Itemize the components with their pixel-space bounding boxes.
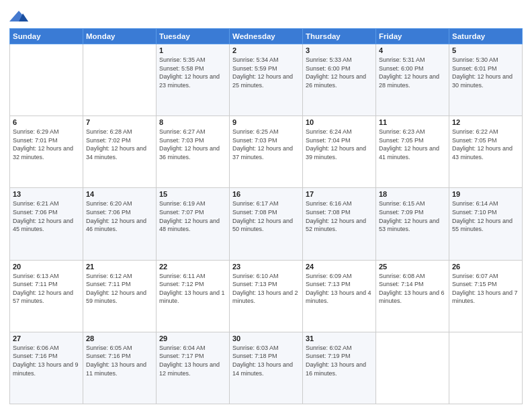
day-detail: Sunrise: 6:14 AMSunset: 7:10 PMDaylight:… <box>452 199 519 233</box>
calendar: SundayMondayTuesdayWednesdayThursdayFrid… <box>9 28 523 404</box>
day-number: 7 <box>86 118 153 126</box>
day-number: 22 <box>159 263 226 271</box>
day-detail: Sunrise: 6:23 AMSunset: 7:05 PMDaylight:… <box>379 128 446 161</box>
day-detail: Sunrise: 6:08 AMSunset: 7:14 PMDaylight:… <box>379 272 446 306</box>
page: SundayMondayTuesdayWednesdayThursdayFrid… <box>0 0 532 411</box>
calendar-cell: 6Sunrise: 6:29 AMSunset: 7:01 PMDaylight… <box>10 116 83 188</box>
calendar-cell: 18Sunrise: 6:15 AMSunset: 7:09 PMDayligh… <box>376 188 449 260</box>
calendar-week-5: 27Sunrise: 6:06 AMSunset: 7:16 PMDayligh… <box>10 332 523 404</box>
day-number: 28 <box>86 334 153 342</box>
calendar-cell <box>83 44 157 116</box>
calendar-cell: 10Sunrise: 6:24 AMSunset: 7:04 PMDayligh… <box>303 116 376 188</box>
day-detail: Sunrise: 6:29 AMSunset: 7:01 PMDaylight:… <box>13 128 80 161</box>
day-detail: Sunrise: 6:13 AMSunset: 7:11 PMDaylight:… <box>13 272 80 306</box>
day-number: 14 <box>86 190 153 198</box>
calendar-cell: 8Sunrise: 6:27 AMSunset: 7:03 PMDaylight… <box>157 116 230 188</box>
day-number: 26 <box>452 263 519 271</box>
day-number: 24 <box>306 263 373 271</box>
day-detail: Sunrise: 6:02 AMSunset: 7:19 PMDaylight:… <box>306 344 373 377</box>
calendar-cell: 14Sunrise: 6:20 AMSunset: 7:06 PMDayligh… <box>83 188 157 260</box>
day-detail: Sunrise: 6:03 AMSunset: 7:18 PMDaylight:… <box>232 344 300 377</box>
day-detail: Sunrise: 6:27 AMSunset: 7:03 PMDaylight:… <box>159 128 226 161</box>
calendar-cell: 23Sunrise: 6:10 AMSunset: 7:13 PMDayligh… <box>230 260 303 332</box>
day-detail: Sunrise: 5:34 AMSunset: 5:59 PMDaylight:… <box>232 56 300 89</box>
calendar-cell: 22Sunrise: 6:11 AMSunset: 7:12 PMDayligh… <box>157 260 230 332</box>
day-number: 18 <box>379 190 446 198</box>
calendar-header-row: SundayMondayTuesdayWednesdayThursdayFrid… <box>10 29 523 44</box>
day-number: 6 <box>13 118 80 126</box>
calendar-cell: 4Sunrise: 5:31 AMSunset: 6:00 PMDaylight… <box>376 44 449 116</box>
day-number: 23 <box>232 263 300 271</box>
day-detail: Sunrise: 6:07 AMSunset: 7:15 PMDaylight:… <box>452 272 519 306</box>
day-detail: Sunrise: 6:17 AMSunset: 7:08 PMDaylight:… <box>232 199 300 233</box>
day-number: 5 <box>452 46 519 54</box>
day-number: 2 <box>232 46 300 54</box>
calendar-week-2: 6Sunrise: 6:29 AMSunset: 7:01 PMDaylight… <box>10 116 523 188</box>
day-detail: Sunrise: 6:20 AMSunset: 7:06 PMDaylight:… <box>86 199 153 233</box>
calendar-header-friday: Friday <box>376 29 449 44</box>
calendar-header-saturday: Saturday <box>449 29 523 44</box>
calendar-week-4: 20Sunrise: 6:13 AMSunset: 7:11 PMDayligh… <box>10 260 523 332</box>
day-detail: Sunrise: 5:31 AMSunset: 6:00 PMDaylight:… <box>379 56 446 89</box>
calendar-cell: 11Sunrise: 6:23 AMSunset: 7:05 PMDayligh… <box>376 116 449 188</box>
day-detail: Sunrise: 6:16 AMSunset: 7:08 PMDaylight:… <box>306 199 373 233</box>
calendar-cell: 9Sunrise: 6:25 AMSunset: 7:03 PMDaylight… <box>230 116 303 188</box>
day-detail: Sunrise: 6:09 AMSunset: 7:13 PMDaylight:… <box>306 272 373 306</box>
day-detail: Sunrise: 6:25 AMSunset: 7:03 PMDaylight:… <box>232 128 300 161</box>
day-number: 21 <box>86 263 153 271</box>
calendar-cell: 12Sunrise: 6:22 AMSunset: 7:05 PMDayligh… <box>449 116 523 188</box>
calendar-cell: 3Sunrise: 5:33 AMSunset: 6:00 PMDaylight… <box>303 44 376 116</box>
calendar-cell: 25Sunrise: 6:08 AMSunset: 7:14 PMDayligh… <box>376 260 449 332</box>
calendar-header-tuesday: Tuesday <box>157 29 230 44</box>
day-number: 27 <box>13 334 80 342</box>
calendar-header-sunday: Sunday <box>10 29 83 44</box>
day-detail: Sunrise: 6:06 AMSunset: 7:16 PMDaylight:… <box>13 344 80 377</box>
day-number: 19 <box>452 190 519 198</box>
calendar-cell: 5Sunrise: 5:30 AMSunset: 6:01 PMDaylight… <box>449 44 523 116</box>
day-detail: Sunrise: 5:35 AMSunset: 5:58 PMDaylight:… <box>159 56 226 89</box>
day-detail: Sunrise: 6:10 AMSunset: 7:13 PMDaylight:… <box>232 272 300 306</box>
calendar-week-3: 13Sunrise: 6:21 AMSunset: 7:06 PMDayligh… <box>10 188 523 260</box>
calendar-cell: 2Sunrise: 5:34 AMSunset: 5:59 PMDaylight… <box>230 44 303 116</box>
day-number: 31 <box>306 334 373 342</box>
day-number: 10 <box>306 118 373 126</box>
day-number: 16 <box>232 190 300 198</box>
day-detail: Sunrise: 5:30 AMSunset: 6:01 PMDaylight:… <box>452 56 519 89</box>
day-detail: Sunrise: 6:05 AMSunset: 7:16 PMDaylight:… <box>86 344 153 377</box>
day-number: 1 <box>159 46 226 54</box>
day-detail: Sunrise: 6:15 AMSunset: 7:09 PMDaylight:… <box>379 199 446 233</box>
calendar-cell: 15Sunrise: 6:19 AMSunset: 7:07 PMDayligh… <box>157 188 230 260</box>
day-number: 3 <box>306 46 373 54</box>
calendar-cell: 28Sunrise: 6:05 AMSunset: 7:16 PMDayligh… <box>83 332 157 404</box>
day-number: 29 <box>159 334 226 342</box>
day-number: 9 <box>232 118 300 126</box>
calendar-week-1: 1Sunrise: 5:35 AMSunset: 5:58 PMDaylight… <box>10 44 523 116</box>
day-detail: Sunrise: 6:21 AMSunset: 7:06 PMDaylight:… <box>13 199 80 233</box>
day-detail: Sunrise: 6:19 AMSunset: 7:07 PMDaylight:… <box>159 199 226 233</box>
logo <box>9 9 31 24</box>
calendar-cell <box>376 332 449 404</box>
day-detail: Sunrise: 6:28 AMSunset: 7:02 PMDaylight:… <box>86 128 153 161</box>
calendar-cell <box>10 44 83 116</box>
day-number: 11 <box>379 118 446 126</box>
calendar-header-wednesday: Wednesday <box>230 29 303 44</box>
calendar-cell: 7Sunrise: 6:28 AMSunset: 7:02 PMDaylight… <box>83 116 157 188</box>
calendar-header-thursday: Thursday <box>303 29 376 44</box>
calendar-cell: 19Sunrise: 6:14 AMSunset: 7:10 PMDayligh… <box>449 188 523 260</box>
calendar-cell: 31Sunrise: 6:02 AMSunset: 7:19 PMDayligh… <box>303 332 376 404</box>
day-number: 20 <box>13 263 80 271</box>
calendar-cell: 13Sunrise: 6:21 AMSunset: 7:06 PMDayligh… <box>10 188 83 260</box>
day-number: 13 <box>13 190 80 198</box>
calendar-cell: 16Sunrise: 6:17 AMSunset: 7:08 PMDayligh… <box>230 188 303 260</box>
calendar-cell: 17Sunrise: 6:16 AMSunset: 7:08 PMDayligh… <box>303 188 376 260</box>
calendar-cell: 27Sunrise: 6:06 AMSunset: 7:16 PMDayligh… <box>10 332 83 404</box>
calendar-cell: 20Sunrise: 6:13 AMSunset: 7:11 PMDayligh… <box>10 260 83 332</box>
day-number: 15 <box>159 190 226 198</box>
day-detail: Sunrise: 5:33 AMSunset: 6:00 PMDaylight:… <box>306 56 373 89</box>
logo-icon <box>9 9 28 24</box>
day-detail: Sunrise: 6:24 AMSunset: 7:04 PMDaylight:… <box>306 128 373 161</box>
calendar-cell <box>449 332 523 404</box>
day-number: 17 <box>306 190 373 198</box>
calendar-header-monday: Monday <box>83 29 157 44</box>
calendar-cell: 21Sunrise: 6:12 AMSunset: 7:11 PMDayligh… <box>83 260 157 332</box>
